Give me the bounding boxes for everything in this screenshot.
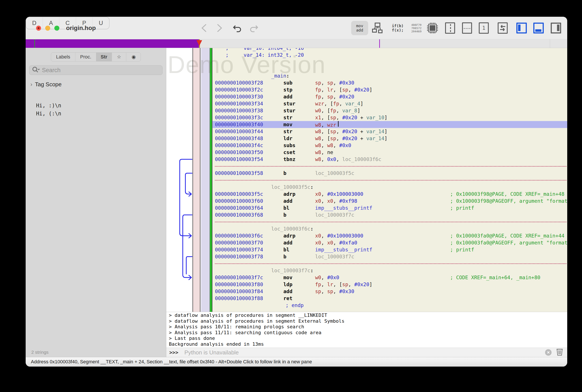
minimize-window-button[interactable] — [45, 26, 50, 31]
asm-sep-row — [212, 218, 567, 225]
tab-Str[interactable]: Str — [96, 52, 112, 61]
pseudocode-icon[interactable]: if(b) f(x); — [389, 22, 406, 34]
asm-row-3f74[interactable]: 0000000100003f74blimp___stubs__printf; p… — [212, 246, 567, 253]
asm-row-3f88[interactable]: 0000000100003f88ret — [212, 295, 567, 302]
toggle-left-panel-icon[interactable] — [516, 22, 527, 34]
python-input-placeholder[interactable]: Python is Unavailable — [184, 349, 239, 356]
cpu-icon[interactable] — [426, 22, 438, 34]
trash-icon[interactable] — [556, 348, 563, 356]
string-list-item[interactable]: Hi, :)\n — [26, 102, 166, 110]
asm-sep-row — [212, 177, 567, 184]
sidebar: LabelsProc.Str☆◉ Search › Tag Scope Hi, … — [26, 48, 166, 357]
hopper-window: origin.hop DACPU mov add if(b) — [26, 17, 567, 366]
asm-label-row[interactable]: loc_100003f6c: — [212, 225, 567, 232]
asm-row-3f4c[interactable]: 0000000100003f4csubsw8, w8, #0x0 — [212, 142, 567, 149]
window-title: origin.hop — [66, 17, 96, 39]
tab-Proc[interactable]: Proc. — [76, 52, 96, 61]
console-line: Background analysis ended in 13ms — [169, 341, 567, 347]
asm-row-3f60[interactable]: 0000000100003f60addx0, x0, #0xf98; 0x100… — [212, 198, 567, 204]
split-view-icon[interactable] — [445, 22, 455, 34]
clear-console-icon[interactable]: ✕ — [545, 349, 552, 356]
console-line: > dataflow analysis of procedures in seg… — [169, 312, 567, 318]
asm-row-3f58[interactable]: 0000000100003f58bloc_100003f5c — [212, 170, 567, 177]
asm-row-3f6c[interactable]: 0000000100003f6cadrpx0, #0x100003000; 0x… — [212, 232, 567, 239]
asm-row-3f2c[interactable]: 0000000100003f2cstpfp, lr, [sp, #0x20] — [212, 86, 567, 93]
hex-view-icon[interactable]: 486F70 706572 204469 — [408, 22, 425, 34]
sidebar-tabs: LabelsProc.Str☆◉ — [51, 52, 141, 62]
hex-line2: 706572 — [412, 26, 422, 30]
tab-[interactable]: ◉ — [126, 52, 141, 61]
disclosure-chevron-icon[interactable]: › — [30, 81, 32, 88]
forward-button[interactable] — [215, 24, 224, 32]
navbar-divider — [550, 39, 550, 48]
status-bar: Address 0x100003f40, Segment __TEXT, _ma… — [26, 357, 567, 366]
hex-line3: 204469 — [412, 30, 422, 33]
asm-row-3f78[interactable]: 0000000100003f78bloc_100003f7c — [212, 253, 567, 260]
asm-row-3f54[interactable]: 0000000100003f54tbnzw8, 0x0, loc_100003f… — [212, 156, 567, 163]
asm-row-3f68[interactable]: 0000000100003f68bloc_100003f7c — [212, 212, 567, 218]
gutter-section-column — [201, 48, 210, 312]
navbar-position-arrow-icon — [196, 40, 202, 46]
asm-listing: ; var_10: int64_t, -16; var_14: int32_t,… — [212, 48, 567, 309]
prompt-symbol: >>> — [169, 350, 178, 355]
string-list-item[interactable]: Hi, (:\n — [26, 110, 166, 118]
pseudocode-line2: f(x); — [392, 28, 404, 32]
asm-row-3f7c[interactable]: 0000000100003f7cmovw0, #0x0; CODE XREF=_… — [212, 274, 567, 281]
navbar-purple-marker — [379, 39, 380, 48]
toggle-right-panel-icon[interactable] — [551, 22, 561, 34]
asm-row-3f28[interactable]: 0000000100003f28subsp, sp, #0x30 — [212, 79, 567, 86]
tag-scope-label: Tag Scope — [35, 81, 62, 88]
gutter-segment-column — [192, 48, 200, 312]
asm-row-3f48[interactable]: 0000000100003f48ldrw8, [sp, #0x20 + var_… — [212, 135, 567, 142]
content-pane: Demo Version ; var_10: int64_t, -16; var… — [166, 48, 567, 357]
single-pane-icon[interactable]: 1 — [479, 22, 489, 34]
asm-row-3f38[interactable]: 0000000100003f38sturw0, [fp, var_8] — [212, 107, 567, 114]
python-prompt-row: >>> Python is Unavailable ✕ — [166, 348, 567, 357]
back-button[interactable] — [200, 24, 208, 32]
asm-label-row[interactable]: loc_100003f7c: — [212, 267, 567, 274]
pseudocode-line1: if(b) — [392, 24, 404, 28]
tab-Labels[interactable]: Labels — [51, 52, 76, 61]
tab-[interactable]: ☆ — [112, 52, 126, 61]
log-console: > dataflow analysis of procedures in seg… — [166, 312, 567, 348]
transfer-icon[interactable] — [498, 22, 508, 34]
asm-row-3f44[interactable]: 0000000100003f44strw8, [sp, #0x20 + var_… — [212, 128, 567, 135]
asm-row-3f5c[interactable]: 0000000100003f5cadrpx0, #0x100003000; 0x… — [212, 190, 567, 198]
control-flow-arrows-icon — [166, 48, 192, 312]
navbar-green-marker — [34, 39, 35, 48]
asm-row-3f84[interactable]: 0000000100003f84addsp, sp, #0x30 — [212, 288, 567, 295]
asm-row-3f64[interactable]: 0000000100003f64blimp___stubs__printf; p… — [212, 204, 567, 212]
redo-button[interactable] — [249, 23, 258, 33]
asm-row-3f40[interactable]: 0000000100003f40movw8, wzr — [212, 121, 567, 128]
console-line: > Analysis pass 11/11: searching contigu… — [169, 330, 567, 336]
strings-count: 2 strings — [31, 350, 166, 355]
segments-view-icon[interactable] — [462, 22, 472, 34]
demo-version-watermark: Demo Version — [168, 51, 326, 79]
navigation-bar[interactable] — [26, 39, 567, 48]
disassembly-view[interactable]: Demo Version ; var_10: int64_t, -16; var… — [166, 48, 567, 312]
asm-sep-row — [212, 260, 567, 267]
asm-label-row[interactable]: loc_100003f5c: — [212, 184, 567, 190]
text-caret — [338, 121, 338, 127]
instruction-edit-button[interactable]: mov add — [351, 21, 368, 35]
gutter-coverage-bar — [210, 48, 212, 312]
movadd-line2: add — [356, 28, 363, 32]
asm-row-3f50[interactable]: 0000000100003f50csetw8, ne — [212, 149, 567, 156]
zoom-window-button[interactable] — [54, 26, 59, 31]
asm-row-3f80[interactable]: 0000000100003f80ldpfp, lr, [sp, #0x20] — [212, 281, 567, 288]
asm-row-3f3c[interactable]: 0000000100003f3cstrx1, [sp, #0x20 + var_… — [212, 114, 567, 121]
asm-endp-row[interactable]: ; endp — [212, 302, 567, 309]
close-window-button[interactable] — [36, 26, 41, 31]
asm-row-3f30[interactable]: 0000000100003f30addfp, sp, #0x20 — [212, 93, 567, 100]
asm-sep-row — [212, 163, 567, 170]
undo-button[interactable] — [232, 23, 242, 33]
search-field[interactable]: Search — [29, 66, 162, 75]
asm-row-3f34[interactable]: 0000000100003f34sturwzr, [fp, var_4] — [212, 100, 567, 107]
cfg-graph-icon[interactable] — [372, 22, 384, 34]
titlebar: origin.hop DACPU mov add if(b) — [26, 17, 567, 39]
asm-row-3f70[interactable]: 0000000100003f70addx0, x0, #0xfa0; 0x100… — [212, 239, 567, 246]
tag-scope-group[interactable]: › Tag Scope — [30, 81, 166, 88]
toggle-bottom-panel-icon[interactable] — [533, 22, 544, 34]
console-line: > dataflow analysis of procedures in seg… — [169, 318, 567, 324]
strings-list: Hi, :)\nHi, (:\n — [26, 102, 166, 118]
